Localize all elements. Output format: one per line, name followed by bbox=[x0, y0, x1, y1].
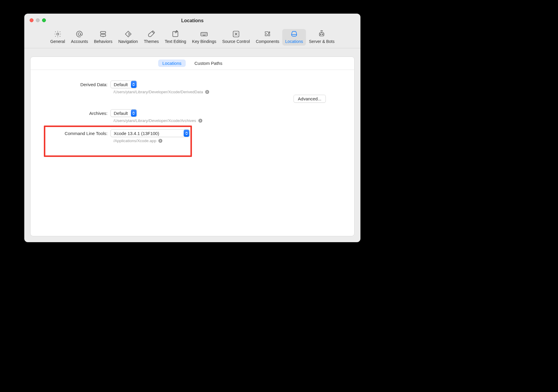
clt-label: Command Line Tools: bbox=[31, 131, 110, 136]
toolbar-item-server-bots[interactable]: Server & Bots bbox=[306, 29, 337, 46]
tab-custom-paths[interactable]: Custom Paths bbox=[190, 60, 227, 67]
derived-data-label: Derived Data: bbox=[31, 82, 110, 87]
svg-point-1 bbox=[78, 33, 81, 36]
source-control-icon bbox=[232, 30, 240, 38]
toolbar-item-locations[interactable]: Locations bbox=[282, 29, 306, 46]
toolbar-label: General bbox=[50, 39, 65, 44]
toolbar-item-text-editing[interactable]: Text Editing bbox=[162, 29, 189, 46]
derived-data-value: Default bbox=[111, 82, 131, 87]
toolbar-label: Themes bbox=[144, 39, 159, 44]
svg-rect-3 bbox=[101, 34, 106, 36]
svg-rect-2 bbox=[101, 31, 106, 33]
toolbar-label: Server & Bots bbox=[309, 39, 334, 44]
derived-data-aux: Advanced... bbox=[113, 95, 354, 103]
toolbar-item-key-bindings[interactable]: Key Bindings bbox=[189, 29, 219, 46]
toolbar-label: Navigation bbox=[118, 39, 138, 44]
sub-tab-bar: Locations Custom Paths bbox=[31, 57, 354, 70]
paintbrush-icon bbox=[147, 30, 156, 38]
navigation-icon bbox=[124, 30, 133, 38]
titlebar: Locations bbox=[24, 14, 360, 28]
select-arrows-icon bbox=[184, 130, 189, 137]
traffic-lights bbox=[30, 18, 46, 22]
toolbar-label: Components bbox=[256, 39, 279, 44]
derived-data-path-row: /Users/ytani/Library/Developer/Xcode/Der… bbox=[113, 89, 354, 94]
select-arrows-icon bbox=[131, 81, 137, 88]
svg-point-9 bbox=[322, 34, 323, 35]
preferences-window: Locations General Accounts Behaviors Na bbox=[24, 14, 360, 242]
toolbar-item-accounts[interactable]: Accounts bbox=[68, 29, 91, 46]
toolbar-item-behaviors[interactable]: Behaviors bbox=[91, 29, 115, 46]
text-editing-icon bbox=[171, 30, 180, 38]
zoom-window-button[interactable] bbox=[42, 18, 46, 22]
svg-point-10 bbox=[205, 90, 209, 94]
gear-icon bbox=[53, 30, 62, 38]
svg-point-12 bbox=[158, 139, 162, 142]
archives-path: /Users/ytani/Library/Developer/Xcode/Arc… bbox=[113, 118, 196, 123]
content-panel: Locations Custom Paths Derived Data: Def… bbox=[30, 57, 355, 236]
svg-point-0 bbox=[57, 33, 59, 35]
puzzle-icon bbox=[263, 30, 272, 38]
reveal-in-finder-icon[interactable] bbox=[158, 138, 163, 143]
derived-data-row: Derived Data: Default bbox=[31, 81, 354, 88]
archives-row: Archives: Default bbox=[31, 109, 354, 117]
advanced-button[interactable]: Advanced... bbox=[294, 95, 326, 103]
archives-select[interactable]: Default bbox=[110, 109, 137, 117]
clt-row: Command Line Tools: Xcode 13.4.1 (13F100… bbox=[31, 129, 354, 137]
svg-point-11 bbox=[198, 118, 202, 122]
svg-point-8 bbox=[320, 34, 321, 35]
toolbar-label: Locations bbox=[285, 39, 303, 44]
command-line-tools-select[interactable]: Xcode 13.4.1 (13F100) bbox=[110, 129, 190, 137]
at-sign-icon bbox=[75, 30, 84, 38]
archives-path-row: /Users/ytani/Library/Developer/Xcode/Arc… bbox=[113, 118, 354, 123]
archives-label: Archives: bbox=[31, 111, 110, 116]
disk-icon bbox=[290, 30, 299, 38]
toolbar-label: Text Editing bbox=[165, 39, 186, 44]
clt-value: Xcode 13.4.1 (13F100) bbox=[111, 131, 162, 136]
toolbar-item-source-control[interactable]: Source Control bbox=[219, 29, 253, 46]
toolbar-label: Key Bindings bbox=[192, 39, 217, 44]
archives-value: Default bbox=[111, 111, 131, 116]
window-title: Locations bbox=[181, 18, 204, 23]
reveal-in-finder-icon[interactable] bbox=[198, 118, 203, 123]
toolbar-label: Accounts bbox=[71, 39, 88, 44]
bot-icon bbox=[317, 30, 326, 38]
toolbar-item-themes[interactable]: Themes bbox=[141, 29, 162, 46]
clt-path-row: /Applications/Xcode.app bbox=[113, 138, 354, 143]
derived-data-select[interactable]: Default bbox=[110, 81, 137, 88]
tab-locations[interactable]: Locations bbox=[158, 60, 185, 67]
toolbar-label: Source Control bbox=[222, 39, 250, 44]
preferences-toolbar: General Accounts Behaviors Navigation Th… bbox=[24, 28, 360, 48]
derived-data-path: /Users/ytani/Library/Developer/Xcode/Der… bbox=[113, 90, 203, 94]
toolbar-item-general[interactable]: General bbox=[47, 29, 68, 46]
toolbar-label: Behaviors bbox=[94, 39, 112, 44]
behaviors-icon bbox=[99, 30, 108, 38]
select-arrows-icon bbox=[131, 110, 137, 117]
clt-path: /Applications/Xcode.app bbox=[113, 139, 156, 143]
locations-form: Derived Data: Default /Users/ytani/Libra… bbox=[31, 70, 354, 157]
close-window-button[interactable] bbox=[30, 18, 33, 22]
keyboard-icon bbox=[200, 30, 209, 38]
reveal-in-finder-icon[interactable] bbox=[205, 89, 209, 94]
toolbar-item-components[interactable]: Components bbox=[253, 29, 282, 46]
minimize-window-button[interactable] bbox=[36, 18, 40, 22]
toolbar-item-navigation[interactable]: Navigation bbox=[115, 29, 141, 46]
